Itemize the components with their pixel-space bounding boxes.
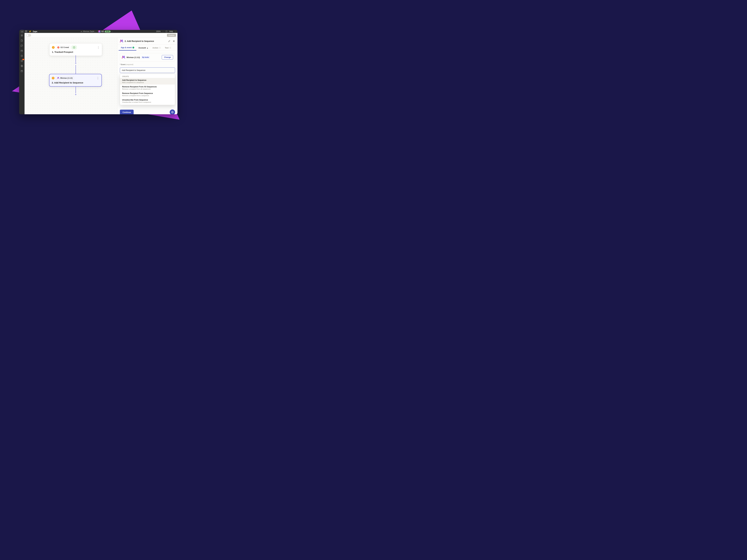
mixmax-icon	[120, 39, 123, 43]
dropdown-item-desc: Remove a recipient from all sequences	[122, 88, 173, 90]
invite-badge: By Invite	[141, 56, 150, 58]
rail-clock-icon[interactable]	[21, 54, 23, 57]
canvas-toolbar: Publish	[25, 33, 178, 38]
dropdown-item-title: Remove Recipient From All Sequences	[122, 86, 173, 88]
app-chip-mixmax[interactable]: Mixmax (1.3.2)	[56, 76, 74, 80]
titlebar: ⚡ Zaps ▭ Mixmax Zapie… / G2 Draft ⌄ 150%…	[19, 30, 178, 33]
dropdown-item[interactable]: Remove Recipient From Sequence Remove a …	[120, 91, 175, 98]
app-chip-g2[interactable]: G2 Crowd	[56, 46, 70, 49]
check-icon: ✓	[132, 47, 134, 49]
avatar[interactable]	[98, 30, 100, 32]
svg-point-8	[22, 66, 22, 66]
home-button[interactable]	[21, 30, 24, 33]
zap-name[interactable]: G2	[101, 30, 104, 32]
zap-node-trigger[interactable]: ! G2 Crowd	[49, 44, 102, 56]
chevron-down-icon[interactable]: ⌄	[111, 31, 113, 32]
tab-action[interactable]: Action i	[150, 45, 163, 51]
selected-app-row: Mixmax (1.3.2) By Invite Change	[120, 53, 175, 61]
event-field-label: * Event (required)	[120, 63, 175, 65]
status-badge: Draft	[105, 30, 110, 32]
add-step-button[interactable]: ＋	[74, 61, 77, 65]
zapier-bolt-icon: ⚡	[29, 30, 31, 33]
dropdown-item-desc: Remove a recipient from a sequence	[122, 95, 173, 97]
app-window: ⚡ Zaps ▭ Mixmax Zapie… / G2 Draft ⌄ 150%…	[19, 30, 178, 114]
help-chevron-icon[interactable]: ⌄	[175, 31, 176, 32]
mixmax-icon	[122, 56, 125, 59]
tab-test[interactable]: Test i	[163, 45, 173, 51]
edit-title-button[interactable]	[168, 40, 171, 42]
instant-icon	[73, 46, 75, 49]
tab-label: App & event	[121, 47, 132, 49]
tab-label: Account	[138, 47, 146, 49]
folder-icon: ▭	[81, 30, 82, 32]
info-icon: i	[170, 47, 171, 49]
event-select[interactable]: Add Recipient to Sequence	[120, 68, 175, 73]
rail-badge: 2	[22, 59, 24, 60]
svg-point-14	[172, 112, 173, 113]
dropdown-item[interactable]: Remove Recipient From All Sequences Remo…	[120, 84, 175, 91]
rail-archive-icon[interactable]	[21, 70, 23, 72]
node-title: 2. Add Recipient to Sequence	[52, 81, 99, 84]
canvas[interactable]: ! G2 Crowd	[25, 38, 117, 114]
enable-toggle[interactable]	[26, 34, 31, 37]
left-rail: 2	[19, 33, 25, 114]
zap-node-action[interactable]: ! Mixmax (1.3.2) ⋮ 2. Add Recipient to S…	[49, 74, 102, 87]
warning-icon: !	[52, 77, 54, 79]
svg-rect-5	[21, 50, 23, 52]
event-dropdown: CREATE Add Recipient to Sequence Add a r…	[120, 74, 175, 105]
rail-comment-icon[interactable]	[21, 44, 23, 47]
zoom-chevron-icon[interactable]: ⌄	[162, 31, 163, 32]
dropdown-item-desc: Unsubscribe a contact from a sequence	[122, 101, 173, 103]
tab-label: Test	[165, 47, 169, 49]
trigger-type-chip[interactable]	[72, 46, 77, 49]
g2-icon	[57, 46, 59, 49]
help-icon: ?	[165, 30, 168, 32]
section-title[interactable]: Zaps	[33, 30, 37, 33]
svg-point-4	[22, 35, 23, 36]
rail-overview-icon[interactable]	[21, 34, 23, 37]
rail-calendar-icon[interactable]	[21, 49, 23, 52]
tab-label: Action	[153, 47, 158, 49]
rail-activity-icon[interactable]: 2	[21, 59, 23, 62]
dropdown-item-desc: Add a recipient to a sequence	[122, 81, 173, 83]
app-grid-icon[interactable]	[25, 30, 27, 32]
info-icon: i	[159, 47, 161, 49]
dropdown-item[interactable]: Unsubscribe From Sequence Unsubscribe a …	[120, 98, 175, 105]
dropdown-item-title: Add Recipient to Sequence	[122, 79, 173, 81]
step-panel: 2. Add Recipient to Sequence ✕ App & eve…	[117, 38, 178, 114]
warning-icon: !	[52, 46, 55, 49]
breadcrumb-folder[interactable]: Mixmax Zapie…	[83, 30, 96, 32]
dropdown-section-label: CREATE	[120, 74, 175, 78]
svg-point-1	[21, 35, 22, 35]
dropdown-item[interactable]: Add Recipient to Sequence Add a recipien…	[120, 78, 175, 84]
mixmax-icon	[57, 77, 59, 79]
publish-button[interactable]: Publish	[167, 34, 176, 37]
node-title: 1. Tracked Prospect	[52, 51, 100, 53]
close-panel-button[interactable]: ✕	[172, 40, 175, 43]
tab-app-event[interactable]: App & event ✓	[119, 45, 136, 51]
tab-account[interactable]: Account ▲	[136, 45, 150, 51]
panel-tabs: App & event ✓ Account ▲ Action i Test	[118, 45, 178, 51]
dropdown-item-title: Unsubscribe From Sequence	[122, 99, 173, 101]
svg-rect-9	[21, 71, 23, 72]
help-float-button[interactable]	[170, 109, 175, 114]
dropdown-item-title: Remove Recipient From Sequence	[122, 92, 173, 95]
warning-triangle-icon: ▲	[147, 47, 148, 49]
connector-line	[76, 65, 76, 74]
change-app-button[interactable]: Change	[162, 55, 173, 59]
panel-title: 2. Add Recipient to Sequence	[125, 40, 167, 42]
app-name: Mixmax (1.3.2)	[127, 56, 140, 58]
zoom-level[interactable]: 150%	[156, 30, 161, 32]
add-step-button[interactable]: ＋	[74, 92, 77, 97]
app-chip-label: Mixmax (1.3.2)	[60, 77, 73, 79]
svg-point-3	[21, 35, 22, 36]
rail-settings-icon[interactable]	[21, 64, 23, 67]
app-chip-label: G2 Crowd	[60, 46, 69, 49]
help-link[interactable]: Help	[169, 30, 173, 32]
svg-point-2	[22, 35, 23, 35]
rail-file-icon[interactable]	[21, 39, 23, 42]
continue-button[interactable]: Continue	[120, 110, 134, 114]
